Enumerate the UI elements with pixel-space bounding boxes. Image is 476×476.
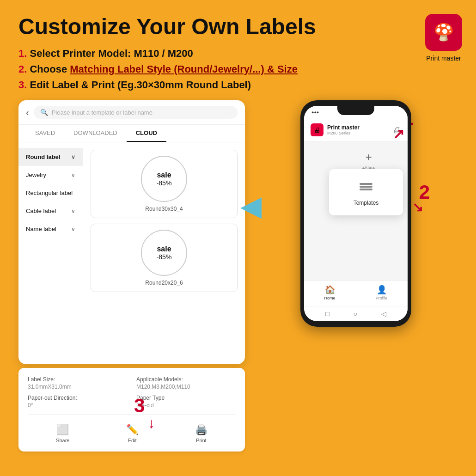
applicable-models-group: Applicable Models: M120,M3,M200,M110 — [136, 376, 236, 390]
sale-text-1: sale — [157, 245, 171, 253]
step-1-text: Select Printer Model: M110 / M200 — [30, 48, 193, 59]
tabs-row: SAVED DOWNLOADED CLOUD — [18, 125, 245, 142]
edit-button[interactable]: ✏️ Edit — [126, 424, 139, 443]
paper-type-value: Die-cut — [136, 402, 236, 409]
android-back-btn[interactable]: ◁ — [381, 310, 386, 317]
nav-profile[interactable]: 👤 Profile — [376, 285, 388, 300]
phone-app-header: 🖨 Print master M200 Series 🖨 — [304, 119, 408, 141]
share-label: Share — [56, 438, 69, 443]
discount-text-1: -85% — [157, 253, 172, 261]
phone-app-title-group: Print master M200 Series — [327, 124, 360, 135]
logo-box: 🍄 — [425, 14, 462, 51]
applicable-models-label: Applicable Models: — [136, 376, 236, 383]
chevron-icon-4: ∨ — [71, 226, 75, 232]
info-grid: Label Size: 31.0mmX31.0mm Applicable Mod… — [28, 376, 236, 409]
print-button[interactable]: 🖨️ Print — [195, 424, 207, 443]
arrow-2-icon: ↘ — [412, 200, 423, 215]
sidebar-item-rectangular[interactable]: Rectangular label — [18, 184, 83, 202]
phone-content: + +New Temp — [304, 141, 408, 281]
arrow-1-icon: ↗ — [393, 126, 404, 142]
page-title: Customize Your Own Labels — [18, 14, 458, 39]
phone-app-logo: 🖨 Print master M200 Series — [311, 123, 360, 136]
label-size-label: Label Size: — [28, 376, 127, 383]
step-1-number: 1. — [18, 48, 27, 59]
phone-app-title: Print master — [327, 124, 360, 131]
step-2: 2. Choose Matching Label Style (Round/Je… — [18, 63, 458, 75]
template-name-1: Round20x20_6 — [145, 280, 183, 286]
home-icon: 🏠 — [325, 285, 335, 295]
phone-bottom-nav: 🏠 Home 👤 Profile — [304, 281, 408, 306]
left-panel-wrapper: ‹ 🔍 Please input a template or label nam… — [18, 100, 245, 452]
label-preview-0: sale -85% — [141, 156, 187, 202]
sidebar-item-cable-text: Cable label — [26, 207, 56, 214]
phone-screen: ●●● 🖨 Print master M200 Series 🖨 — [304, 106, 408, 321]
plus-icon: + — [366, 151, 372, 164]
sidebar-item-cable[interactable]: Cable label ∨ — [18, 202, 83, 220]
back-button[interactable]: ‹ — [26, 107, 29, 118]
print-icon: 🖨️ — [195, 424, 207, 436]
tab-cloud[interactable]: CLOUD — [127, 125, 166, 142]
action-bar: ⬜ Share ✏️ Edit 🖨️ Print — [28, 419, 236, 443]
templates-label: Templates — [354, 200, 379, 206]
template-card-0[interactable]: sale -85% Round30x30_4 — [91, 150, 238, 218]
paper-out-value: 0° — [28, 402, 127, 409]
steps-container: 1. Select Printer Model: M110 / M200 2. … — [18, 48, 458, 91]
blue-arrow-icon: ◀ — [240, 189, 262, 222]
print-master-logo: 🍄 Print master — [425, 14, 462, 62]
chevron-icon-3: ∨ — [71, 208, 75, 214]
step-1: 1. Select Printer Model: M110 / M200 — [18, 48, 458, 60]
sidebar-item-round-label-text: Round label — [26, 153, 60, 160]
step-2-prefix: Choose — [30, 63, 70, 75]
template-card-1[interactable]: sale -85% Round20x20_6 — [91, 224, 238, 292]
share-button[interactable]: ⬜ Share — [56, 424, 69, 443]
print-label: Print — [196, 438, 207, 443]
edit-icon: ✏️ — [126, 424, 139, 436]
sidebar-item-round-label[interactable]: Round label ∨ — [18, 148, 83, 166]
app-body: Round label ∨ Jewelry ∨ Rectangular labe… — [18, 142, 245, 364]
profile-icon: 👤 — [377, 285, 387, 295]
templates-grid: sale -85% Round30x30_4 sale -85% Round20… — [83, 142, 245, 364]
sidebar-item-jewelry-text: Jewelry — [26, 171, 46, 178]
chevron-icon-0: ∨ — [71, 154, 75, 160]
template-name-0: Round30x30_4 — [145, 206, 183, 212]
paper-out-group: Paper-out Direction: 0° 3 ↓ — [28, 395, 127, 409]
step-2-link[interactable]: Matching Label Style (Round/Jewelry/...)… — [70, 63, 298, 75]
paper-type-group: Paper Type Die-cut — [136, 395, 236, 409]
app-panel: ‹ 🔍 Please input a template or label nam… — [18, 100, 245, 364]
nav-profile-label: Profile — [376, 296, 388, 300]
step-3: 3. Edit Label & Print (Eg.30×30mm Round … — [18, 79, 458, 91]
svg-rect-0 — [360, 183, 372, 185]
divider — [28, 414, 236, 415]
step-2-number: 2. — [18, 63, 27, 75]
android-square-btn[interactable]: □ — [325, 310, 329, 317]
paper-out-label: Paper-out Direction: — [28, 395, 127, 401]
phone-notch — [337, 106, 374, 115]
new-button[interactable]: + +New — [362, 151, 375, 171]
tab-downloaded[interactable]: DOWNLOADED — [64, 125, 127, 142]
phone-app-subtitle: M200 Series — [327, 131, 360, 135]
nav-home-label: Home — [324, 296, 336, 300]
content-area: ‹ 🔍 Please input a template or label nam… — [18, 100, 458, 452]
step-3-number: 3. — [18, 79, 27, 91]
tab-saved[interactable]: SAVED — [26, 125, 64, 142]
sale-text-0: sale — [157, 171, 171, 179]
phone-logo-icon: 🖨 — [311, 123, 323, 136]
label-size-value: 31.0mmX31.0mm — [28, 384, 127, 390]
nav-home[interactable]: 🏠 Home — [324, 285, 336, 300]
search-bar[interactable]: 🔍 Please input a template or label name — [34, 106, 238, 119]
logo-text: Print master — [426, 55, 461, 62]
sidebar: Round label ∨ Jewelry ∨ Rectangular labe… — [18, 142, 83, 364]
templates-card-popup[interactable]: Templates — [329, 169, 403, 215]
app-header: ‹ 🔍 Please input a template or label nam… — [18, 100, 245, 125]
label-size-group: Label Size: 31.0mmX31.0mm — [28, 376, 127, 390]
sidebar-item-jewelry[interactable]: Jewelry ∨ — [18, 166, 83, 184]
discount-text-0: -85% — [157, 179, 172, 187]
android-circle-btn[interactable]: ○ — [353, 310, 357, 317]
search-placeholder: Please input a template or label name — [52, 109, 153, 116]
sidebar-item-name[interactable]: Name label ∨ — [18, 220, 83, 238]
arrow-3-icon: ↓ — [148, 415, 155, 431]
share-icon: ⬜ — [56, 424, 69, 436]
chevron-icon-1: ∨ — [71, 172, 75, 178]
svg-rect-2 — [360, 189, 372, 190]
label-preview-1: sale -85% — [141, 230, 187, 276]
